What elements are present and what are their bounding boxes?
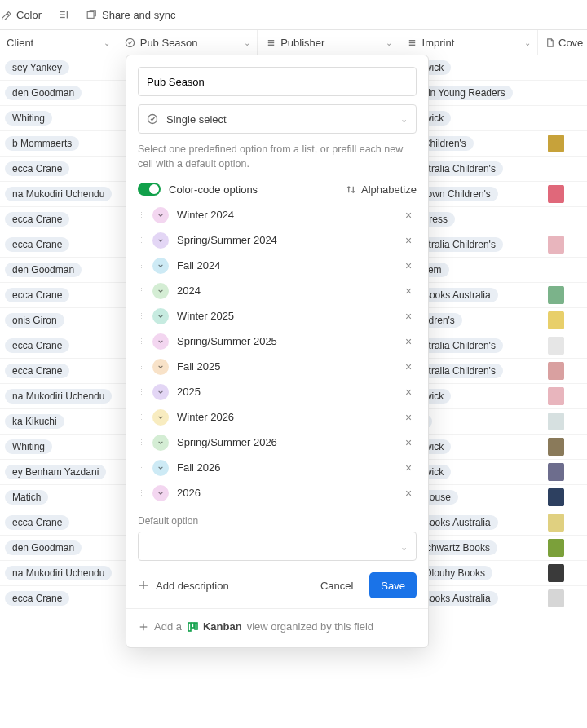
drag-handle-icon[interactable]: ⋮⋮: [138, 262, 149, 270]
option-label: Winter 2026: [177, 411, 234, 423]
cover-thumbnail[interactable]: [548, 185, 564, 203]
cancel-button[interactable]: Cancel: [309, 572, 364, 598]
remove-option-icon[interactable]: ×: [400, 285, 417, 298]
option-label: 2026: [177, 487, 201, 499]
header-imprint-label: Imprint: [422, 37, 455, 49]
header-pub-season[interactable]: Pub Season ⌄: [117, 30, 258, 55]
select-option-row[interactable]: ⋮⋮Winter 2027×: [138, 505, 417, 509]
field-name-input[interactable]: [138, 67, 417, 96]
header-imprint[interactable]: Imprint ⌄: [399, 30, 538, 55]
cover-thumbnail[interactable]: [548, 514, 564, 532]
color-code-toggle[interactable]: [138, 183, 161, 196]
select-option-row[interactable]: ⋮⋮2024×: [138, 278, 417, 303]
header-client[interactable]: Client ⌄: [0, 30, 117, 55]
client-chip: Whiting: [5, 111, 52, 126]
color-menu[interactable]: Color: [0, 9, 42, 21]
remove-option-icon[interactable]: ×: [400, 360, 417, 373]
cover-thumbnail[interactable]: [548, 362, 564, 380]
drag-handle-icon[interactable]: ⋮⋮: [138, 439, 149, 447]
remove-option-icon[interactable]: ×: [400, 487, 417, 500]
select-option-row[interactable]: ⋮⋮2026×: [138, 480, 417, 505]
select-option-row[interactable]: ⋮⋮Spring/Summer 2025×: [138, 329, 417, 354]
save-button[interactable]: Save: [369, 572, 417, 598]
header-pub-season-label: Pub Season: [140, 37, 198, 49]
drag-handle-icon[interactable]: ⋮⋮: [138, 338, 149, 346]
option-color-dot[interactable]: [152, 409, 169, 426]
remove-option-icon[interactable]: ×: [400, 335, 417, 348]
cover-thumbnail[interactable]: [548, 135, 564, 152]
chevron-down-icon: ⌄: [104, 38, 110, 47]
share-sync-menu[interactable]: Share and sync: [86, 9, 175, 21]
drag-handle-icon[interactable]: ⋮⋮: [138, 363, 149, 371]
cover-thumbnail[interactable]: [548, 488, 564, 506]
option-color-dot[interactable]: [152, 359, 169, 375]
select-option-row[interactable]: ⋮⋮Fall 2025×: [138, 354, 417, 379]
remove-option-icon[interactable]: ×: [400, 310, 417, 323]
color-label: Color: [16, 9, 42, 21]
select-option-row[interactable]: ⋮⋮Winter 2025×: [138, 303, 417, 329]
client-chip: onis Giron: [5, 313, 64, 328]
remove-option-icon[interactable]: ×: [400, 386, 417, 399]
cover-thumbnail[interactable]: [548, 236, 564, 254]
default-option-select[interactable]: ⌄: [138, 532, 417, 561]
remove-option-icon[interactable]: ×: [400, 234, 417, 247]
option-color-dot[interactable]: [152, 333, 169, 350]
client-chip: ecca Crane: [5, 288, 69, 302]
option-color-dot[interactable]: [152, 207, 169, 223]
row-height-menu[interactable]: [58, 9, 69, 20]
remove-option-icon[interactable]: ×: [400, 461, 417, 474]
drag-handle-icon[interactable]: ⋮⋮: [138, 489, 149, 497]
header-publisher[interactable]: Publisher ⌄: [258, 30, 399, 55]
select-option-row[interactable]: ⋮⋮Spring/Summer 2024×: [138, 227, 417, 253]
cover-thumbnail[interactable]: [548, 463, 564, 481]
cover-thumbnail[interactable]: [548, 589, 564, 607]
option-color-dot[interactable]: [152, 283, 169, 299]
option-label: Fall 2024: [177, 259, 220, 271]
add-kanban-suggestion[interactable]: Add a Kanban view organized by this fiel…: [126, 608, 428, 642]
option-color-dot[interactable]: [152, 460, 169, 476]
cover-thumbnail[interactable]: [548, 387, 564, 405]
drag-handle-icon[interactable]: ⋮⋮: [138, 211, 149, 219]
header-cover[interactable]: Cove: [538, 30, 587, 55]
option-color-dot[interactable]: [152, 384, 169, 400]
remove-option-icon[interactable]: ×: [400, 411, 417, 424]
header-cover-label: Cove: [558, 37, 583, 49]
select-option-row[interactable]: ⋮⋮Spring/Summer 2026×: [138, 430, 417, 455]
alphabetize-button[interactable]: Alphabetize: [345, 183, 417, 196]
drag-handle-icon[interactable]: ⋮⋮: [138, 236, 149, 245]
select-option-row[interactable]: ⋮⋮Fall 2026×: [138, 455, 417, 480]
drag-handle-icon[interactable]: ⋮⋮: [138, 312, 149, 320]
drag-handle-icon[interactable]: ⋮⋮: [138, 388, 149, 396]
cover-thumbnail[interactable]: [548, 337, 564, 355]
cover-thumbnail[interactable]: [548, 564, 564, 582]
option-color-dot[interactable]: [152, 435, 169, 451]
select-option-row[interactable]: ⋮⋮Winter 2024×: [138, 202, 417, 227]
cover-thumbnail[interactable]: [548, 539, 564, 557]
remove-option-icon[interactable]: ×: [400, 436, 417, 449]
select-option-row[interactable]: ⋮⋮Fall 2024×: [138, 253, 417, 278]
drag-handle-icon[interactable]: ⋮⋮: [138, 287, 149, 295]
svg-rect-18: [192, 623, 194, 628]
drag-handle-icon[interactable]: ⋮⋮: [138, 464, 149, 472]
field-config-popover: Single select ⌄ Select one predefined op…: [126, 55, 429, 648]
client-chip: b Mommaerts: [5, 136, 79, 151]
cover-thumbnail[interactable]: [548, 286, 564, 304]
options-list[interactable]: ⋮⋮Winter 2024×⋮⋮Spring/Summer 2024×⋮⋮Fal…: [138, 202, 423, 509]
field-type-select[interactable]: Single select ⌄: [138, 104, 417, 134]
cover-thumbnail[interactable]: [548, 438, 564, 456]
select-option-row[interactable]: ⋮⋮2025×: [138, 379, 417, 404]
client-chip: den Goodman: [5, 540, 82, 555]
option-color-dot[interactable]: [152, 232, 169, 249]
select-option-row[interactable]: ⋮⋮Winter 2026×: [138, 404, 417, 430]
kanban-icon: [187, 621, 198, 633]
remove-option-icon[interactable]: ×: [400, 209, 417, 222]
option-color-dot[interactable]: [152, 258, 169, 274]
drag-handle-icon[interactable]: ⋮⋮: [138, 413, 149, 421]
add-description-button[interactable]: Add description: [138, 580, 229, 592]
remove-option-icon[interactable]: ×: [400, 259, 417, 272]
cover-thumbnail[interactable]: [548, 311, 564, 329]
option-label: Fall 2025: [177, 360, 220, 373]
cover-thumbnail[interactable]: [548, 413, 564, 430]
option-color-dot[interactable]: [152, 485, 169, 501]
option-color-dot[interactable]: [152, 308, 169, 324]
